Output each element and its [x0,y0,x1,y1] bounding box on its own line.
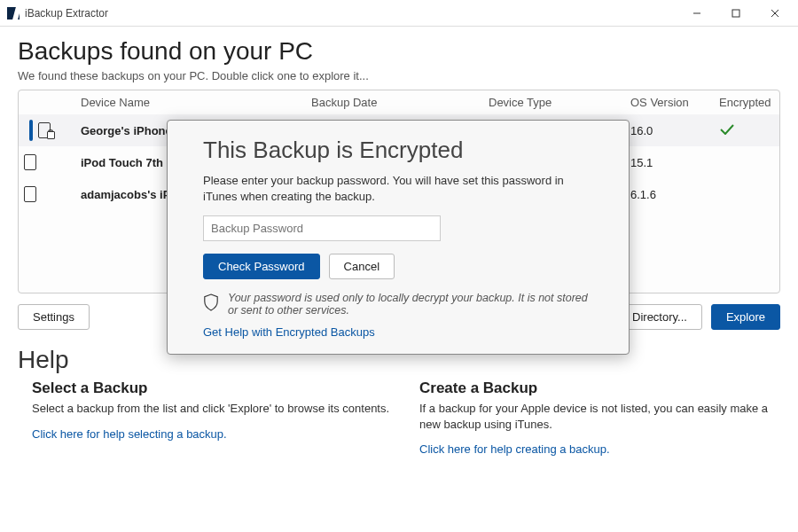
encrypted-cell [714,124,780,137]
help-select-heading: Select a Backup [32,379,393,397]
explore-button[interactable]: Explore [711,304,780,330]
os-version-cell: 6.1.6 [625,188,714,201]
directory-button[interactable]: Directory... [617,304,702,330]
minimize-button[interactable] [677,0,716,27]
col-os-version[interactable]: OS Version [625,96,714,109]
dialog-info: Your password is used only to locally de… [203,292,593,317]
col-encrypted[interactable]: Encrypted [714,96,780,109]
dialog-title: This Backup is Encrypted [203,137,593,164]
window-title: iBackup Extractor [25,7,108,20]
svg-rect-1 [732,10,739,17]
dialog-description: Please enter your backup password. You w… [203,173,593,205]
cancel-button[interactable]: Cancel [329,254,395,279]
help-select-body: Select a backup from the list and click … [32,401,393,417]
encrypted-backup-dialog: This Backup is Encrypted Please enter yo… [167,120,630,355]
device-icon [24,186,36,202]
dialog-info-text: Your password is used only to locally de… [228,292,593,317]
check-icon [719,124,735,135]
os-version-cell: 16.0 [625,124,714,137]
page-title: Backups found on your PC [18,37,780,66]
settings-button[interactable]: Settings [18,304,90,330]
help-create-heading: Create a Backup [419,379,780,397]
backup-password-input[interactable] [203,215,441,241]
maximize-button[interactable] [716,0,755,27]
col-device-type[interactable]: Device Type [483,96,625,109]
help-create-body: If a backup for your Apple device is not… [419,401,780,432]
help-create-col: Create a Backup If a backup for your App… [419,379,780,457]
close-button[interactable] [755,0,794,27]
app-icon [7,7,20,20]
os-version-cell: 15.1 [625,156,714,169]
table-header: Device Name Backup Date Device Type OS V… [19,90,779,114]
window-controls [677,0,794,27]
titlebar: iBackup Extractor [0,0,798,27]
check-password-button[interactable]: Check Password [203,254,320,279]
col-device-name[interactable]: Device Name [75,96,306,109]
dialog-help-link[interactable]: Get Help with Encrypted Backups [203,325,375,339]
shield-icon [203,293,219,311]
help-select-col: Select a Backup Select a backup from the… [32,379,393,457]
col-backup-date[interactable]: Backup Date [306,96,483,109]
help-create-link[interactable]: Click here for help creating a backup. [419,442,610,456]
device-icon [24,154,36,170]
help-select-link[interactable]: Click here for help selecting a backup. [32,427,227,441]
page-subtitle: We found these backups on your PC. Doubl… [18,69,780,82]
device-icon [38,122,51,138]
